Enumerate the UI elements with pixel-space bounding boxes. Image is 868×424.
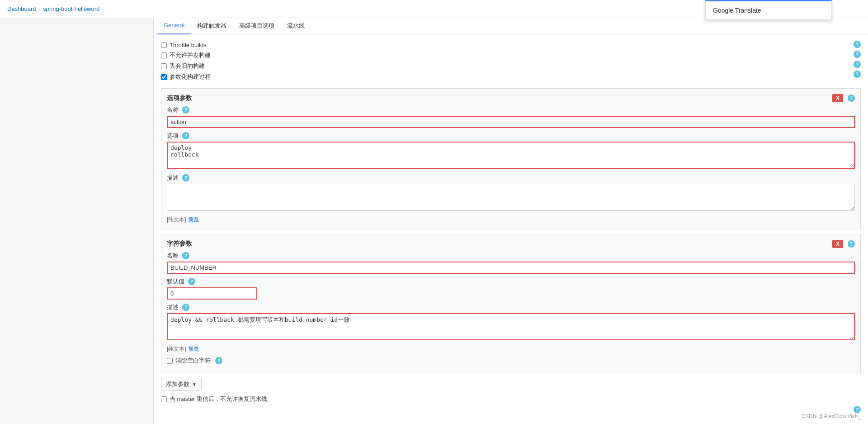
breadcrumb-sep1: › <box>39 6 41 12</box>
sidebar <box>0 18 154 424</box>
name-input-1[interactable] <box>167 116 855 128</box>
info-icon-concurrent[interactable]: ? <box>854 51 861 58</box>
param-block-1-info[interactable]: ? <box>848 95 855 102</box>
param-block-2-title: 字符参数 <box>167 240 192 248</box>
field-default-2: 默认值 ? <box>167 277 855 300</box>
description-textarea-2[interactable]: deploy && rollback 都需要填写版本和build_number … <box>167 313 855 340</box>
google-translate-popup: Google Translate <box>705 0 832 20</box>
param-block-2-delete[interactable]: X <box>832 240 843 248</box>
google-translate-title: Google Translate <box>713 7 761 14</box>
abort-old-checkbox[interactable] <box>161 63 167 69</box>
plaintext-label-1: [纯文本] <box>167 216 186 224</box>
desc-label-2: 描述 ? <box>167 303 855 311</box>
field-options-1: 选项 ? deploy rollback <box>167 132 855 170</box>
checkbox-no-concurrent: 不允许并发构建 <box>161 51 852 59</box>
desc-info-2[interactable]: ? <box>182 304 189 311</box>
trim-label: 清除空白字符 <box>175 357 211 365</box>
name-label-2: 名称 ? <box>167 252 855 260</box>
name-input-2[interactable] <box>167 262 855 274</box>
field-description-2: 描述 ? deploy && rollback 都需要填写版本和build_nu… <box>167 303 855 342</box>
preview-link-1[interactable]: 预览 <box>188 216 199 224</box>
field-name-2: 名称 ? <box>167 252 855 274</box>
options-textarea-1[interactable]: deploy rollback <box>167 142 855 169</box>
breadcrumb-dashboard[interactable]: Dashboard <box>7 5 36 12</box>
no-concurrent-checkbox[interactable] <box>161 52 167 58</box>
throttle-row: Throttle builds 不允许并发构建 丢弃旧的构建 参数化构建过程 <box>161 39 861 84</box>
desc-info-1[interactable]: ? <box>182 174 189 181</box>
breadcrumb-sep2: › <box>102 6 104 12</box>
watermark: CSDN @AlexClownfish_ <box>801 413 861 419</box>
checkbox-throttle: Throttle builds <box>161 42 852 48</box>
content-panel: General 构建触发器 高级项目选项 流水线 Throttle builds… <box>154 18 868 424</box>
throttle-checkbox[interactable] <box>161 42 167 48</box>
plaintext-label-2: [纯文本] <box>167 345 186 353</box>
add-param-section: 添加参数 ▼ <box>161 378 861 391</box>
default-info-2[interactable]: ? <box>188 278 195 285</box>
main-content: General 构建触发器 高级项目选项 流水线 Throttle builds… <box>0 18 868 424</box>
master-checkbox[interactable] <box>161 396 167 402</box>
form-content: Throttle builds 不允许并发构建 丢弃旧的构建 参数化构建过程 <box>154 34 868 420</box>
tab-pipeline[interactable]: 流水线 <box>281 18 311 34</box>
tabs-bar: General 构建触发器 高级项目选项 流水线 <box>154 18 868 34</box>
parameterized-checkbox[interactable] <box>161 74 167 80</box>
options-info-1[interactable]: ? <box>182 132 189 139</box>
param-block-1-title: 选项参数 <box>167 94 192 102</box>
param-block-1-delete[interactable]: X <box>832 94 843 102</box>
preview-link-2[interactable]: 预览 <box>188 345 199 353</box>
default-label-2: 默认值 ? <box>167 277 855 286</box>
param-block-string: 字符参数 X ? 名称 ? 默认值 <box>161 234 861 373</box>
abort-old-label: 丢弃旧的构建 <box>170 62 205 70</box>
trim-info[interactable]: ? <box>215 357 222 364</box>
tab-advanced[interactable]: 高级项目选项 <box>233 18 281 34</box>
param-block-2-info[interactable]: ? <box>848 240 855 248</box>
name-info-2[interactable]: ? <box>182 252 189 259</box>
name-label-1: 名称 ? <box>167 106 855 114</box>
checkbox-parameterized: 参数化构建过程 <box>161 73 852 81</box>
preview-row-1: [纯文本] 预览 <box>167 216 855 224</box>
checkbox-abort-old: 丢弃旧的构建 <box>161 62 852 70</box>
param-block-2-header: 字符参数 X ? <box>167 240 855 248</box>
info-icon-throttle[interactable]: ? <box>854 41 861 48</box>
trim-row: 清除空白字符 ? <box>167 357 855 365</box>
no-concurrent-label: 不允许并发构建 <box>170 51 211 59</box>
info-icon-abort[interactable]: ? <box>854 61 861 68</box>
add-param-arrow: ▼ <box>192 382 197 387</box>
tab-general[interactable]: General <box>157 18 191 34</box>
master-checkbox-row: 当 master 重信后，不允许恢复流水线 <box>161 395 861 403</box>
add-param-button[interactable]: 添加参数 ▼ <box>161 378 202 391</box>
preview-row-2: [纯文本] 预览 <box>167 345 855 353</box>
master-checkbox-label: 当 master 重信后，不允许恢复流水线 <box>170 395 267 403</box>
field-name-1: 名称 ? <box>167 106 855 128</box>
breadcrumb-project[interactable]: spring-boot-helloword <box>43 5 99 12</box>
parameterized-label: 参数化构建过程 <box>170 73 211 81</box>
options-label-1: 选项 ? <box>167 132 855 140</box>
throttle-label: Throttle builds <box>170 42 207 48</box>
desc-label-1: 描述 ? <box>167 174 855 182</box>
bottom-info-icon[interactable]: ? <box>854 406 861 413</box>
info-icon-param[interactable]: ? <box>854 71 861 78</box>
param-block-1-header: 选项参数 X ? <box>167 94 855 102</box>
field-description-1: 描述 ? <box>167 174 855 212</box>
description-textarea-1[interactable] <box>167 184 855 211</box>
param-block-options: 选项参数 X ? 名称 ? 选项 <box>161 88 861 229</box>
tab-triggers[interactable]: 构建触发器 <box>191 18 233 34</box>
default-input-2[interactable] <box>167 287 257 300</box>
name-info-1[interactable]: ? <box>182 106 189 114</box>
trim-checkbox[interactable] <box>167 358 173 364</box>
